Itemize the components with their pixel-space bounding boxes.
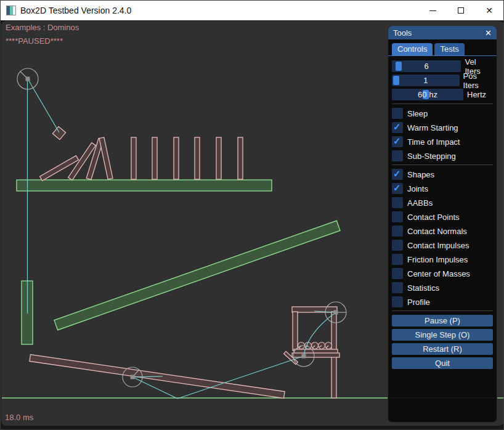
paused-label: ****PAUSED**** bbox=[6, 36, 63, 46]
domino-standing bbox=[152, 137, 157, 179]
checkbox-statistics[interactable]: ✓ Statistics bbox=[392, 282, 493, 293]
check-icon: ✓ bbox=[393, 136, 401, 147]
check-icon: ✓ bbox=[393, 121, 401, 132]
tools-panel: Tools ✕ Controls Tests 6 Vel Iters bbox=[388, 25, 497, 423]
app-icon bbox=[6, 6, 16, 15]
domino-standing bbox=[216, 137, 221, 179]
checkbox-sub-stepping[interactable]: ✓ Sub-Stepping bbox=[392, 150, 493, 161]
tab-bar: Controls Tests bbox=[392, 43, 493, 55]
pos-iters-value: 1 bbox=[392, 75, 460, 86]
checkbox-friction-impulses[interactable]: ✓ Friction Impulses bbox=[392, 254, 493, 265]
frame-time-label: 18.0 ms bbox=[5, 413, 33, 422]
hertz-value: 60 hz bbox=[392, 89, 463, 100]
app-window: Box2D Testbed Version 2.4.0 ✕ bbox=[0, 0, 504, 430]
checkbox-profile[interactable]: ✓ Profile bbox=[392, 296, 493, 307]
minimize-icon bbox=[429, 10, 436, 11]
tab-controls[interactable]: Controls bbox=[392, 43, 433, 55]
check-icon: ✓ bbox=[393, 182, 401, 193]
checkbox-contact-points[interactable]: ✓ Contact Points bbox=[392, 211, 493, 222]
titlebar[interactable]: Box2D Testbed Version 2.4.0 ✕ bbox=[1, 1, 503, 20]
frame-shelf-bottom bbox=[292, 353, 339, 357]
joint-anchor-square bbox=[131, 375, 135, 379]
single-step-button[interactable]: Single Step (O) bbox=[392, 329, 493, 341]
joint-anchor-square bbox=[26, 77, 30, 81]
checkbox-contact-impulses[interactable]: ✓ Contact Impulses bbox=[392, 240, 493, 251]
tab-underline bbox=[388, 55, 497, 56]
example-label: Examples : Dominos bbox=[6, 23, 79, 32]
pendulum-bob bbox=[52, 126, 65, 139]
checkbox-aabbs[interactable]: ✓ AABBs bbox=[392, 197, 493, 208]
hertz-slider[interactable]: 60 hz bbox=[392, 89, 463, 100]
checkbox-shapes[interactable]: ✓ Shapes bbox=[392, 169, 493, 180]
panel-close-icon[interactable]: ✕ bbox=[485, 28, 492, 38]
separator bbox=[392, 310, 493, 311]
checkbox-warm-starting[interactable]: ✓ Warm Starting bbox=[392, 122, 493, 133]
hertz-label: Hertz bbox=[467, 90, 486, 99]
tab-tests[interactable]: Tests bbox=[434, 43, 464, 55]
window-title: Box2D Testbed Version 2.4.0 bbox=[20, 1, 131, 20]
domino-standing bbox=[174, 137, 179, 179]
separator bbox=[392, 103, 493, 104]
restart-button[interactable]: Restart (R) bbox=[392, 343, 493, 355]
domino-standing bbox=[238, 137, 243, 179]
vel-iters-slider[interactable]: 6 bbox=[392, 60, 461, 72]
domino-standing bbox=[131, 137, 136, 179]
client-area: Examples : Dominos ****PAUSED**** 18.0 m… bbox=[1, 20, 504, 430]
close-icon: ✕ bbox=[486, 6, 493, 15]
joint-anchor-square bbox=[302, 354, 306, 359]
check-icon: ✓ bbox=[393, 168, 401, 179]
joint-pendulum bbox=[28, 79, 59, 132]
maximize-button[interactable] bbox=[447, 1, 475, 20]
pause-button[interactable]: Pause (P) bbox=[392, 315, 493, 327]
domino-standing bbox=[195, 137, 200, 179]
frame-top-bar bbox=[292, 307, 337, 312]
quit-button[interactable]: Quit bbox=[392, 357, 493, 369]
checkbox-joints[interactable]: ✓ Joints bbox=[392, 183, 493, 194]
checkbox-time-of-impact[interactable]: ✓ Time of Impact bbox=[392, 136, 493, 147]
pos-iters-label: Pos Iters bbox=[463, 71, 493, 90]
joint-anchor-square bbox=[334, 310, 338, 315]
close-button[interactable]: ✕ bbox=[475, 1, 503, 20]
minimize-button[interactable] bbox=[418, 1, 447, 20]
vel-iters-value: 6 bbox=[392, 60, 461, 72]
tools-panel-title: Tools bbox=[393, 28, 485, 38]
tools-panel-header[interactable]: Tools ✕ bbox=[388, 26, 497, 39]
checkbox-contact-normals[interactable]: ✓ Contact Normals bbox=[392, 225, 493, 237]
checkbox-sleep[interactable]: ✓ Sleep bbox=[392, 108, 493, 119]
frame-left-post bbox=[293, 312, 298, 351]
maximize-icon bbox=[458, 7, 464, 14]
platform-shelf bbox=[17, 180, 272, 191]
checkbox-center-of-masses[interactable]: ✓ Center of Masses bbox=[392, 268, 493, 279]
domino-tilting bbox=[99, 137, 113, 179]
separator bbox=[392, 164, 493, 165]
pos-iters-slider[interactable]: 1 bbox=[392, 75, 460, 86]
